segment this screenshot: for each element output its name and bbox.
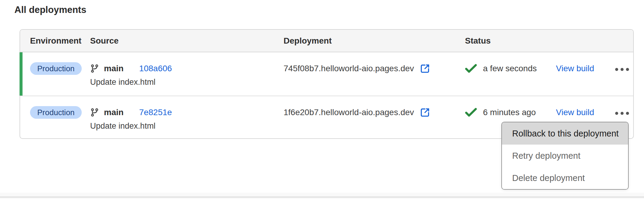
menu-item-delete[interactable]: Delete deployment (502, 167, 628, 189)
status-time: 6 minutes ago (483, 108, 536, 117)
column-header-environment: Environment (20, 36, 90, 46)
column-header-status: Status (465, 36, 556, 46)
ellipsis-icon (615, 112, 618, 115)
commit-link[interactable]: 7e8251e (139, 108, 172, 117)
external-link-icon[interactable] (420, 107, 430, 118)
deployment-url: 745f08b7.helloworld-aio.pages.dev (284, 64, 414, 73)
branch-name: main (104, 108, 123, 117)
commit-link[interactable]: 108a606 (139, 64, 172, 73)
more-options-button[interactable] (614, 110, 630, 117)
section-divider (0, 193, 644, 199)
status-time: a few seconds (483, 64, 537, 73)
column-header-source: Source (90, 36, 284, 46)
current-deployment-indicator (20, 52, 23, 96)
commit-message: Update index.html (90, 78, 284, 87)
git-branch-icon (90, 64, 99, 73)
menu-item-retry[interactable]: Retry deployment (502, 145, 628, 167)
environment-badge: Production (30, 62, 82, 75)
menu-item-rollback[interactable]: Rollback to this deployment (502, 122, 628, 145)
more-options-button[interactable] (614, 66, 630, 73)
view-build-link[interactable]: View build (556, 108, 594, 117)
success-check-icon (465, 108, 477, 117)
view-build-link[interactable]: View build (556, 64, 594, 73)
external-link-icon[interactable] (420, 63, 430, 74)
table-header-row: Environment Source Deployment Status (20, 30, 633, 52)
column-header-deployment: Deployment (284, 36, 465, 46)
table-row: Production main 108a606 Update index.htm… (20, 52, 633, 96)
row-actions-menu: Rollback to this deployment Retry deploy… (501, 122, 629, 190)
ellipsis-icon (615, 68, 618, 71)
commit-message: Update index.html (90, 121, 284, 131)
git-branch-icon (90, 108, 99, 117)
branch-name: main (104, 64, 123, 73)
success-check-icon (465, 64, 477, 73)
environment-badge: Production (30, 106, 82, 119)
page-title: All deployments (14, 4, 86, 16)
deployment-url: 1f6e20b7.helloworld-aio.pages.dev (284, 108, 414, 117)
